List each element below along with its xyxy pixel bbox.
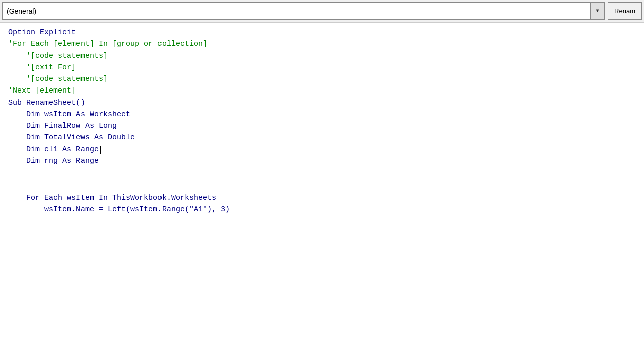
dropdown-arrow-button[interactable] <box>590 3 604 19</box>
code-line-blank-2 <box>8 179 644 192</box>
rename-button[interactable]: Renam <box>608 2 642 20</box>
code-line-11: Dim cl1 As Range <box>8 144 644 155</box>
general-dropdown[interactable]: (General) <box>2 2 605 20</box>
code-line-4: '[exit For] <box>8 62 644 73</box>
code-line-1: Option Explicit <box>8 27 644 38</box>
code-line-blank-4 <box>8 228 644 240</box>
code-line-14: wsItem.Name = Left(wsItem.Range("A1"), 3… <box>8 204 644 215</box>
code-line-3: '[code statements] <box>8 50 644 62</box>
toolbar: (General) Renam <box>0 0 644 22</box>
code-line-blank-5 <box>8 240 644 253</box>
code-line-2: 'For Each [element] In [group or collect… <box>8 38 644 50</box>
code-line-8: Dim wsItem As Worksheet <box>8 109 644 120</box>
code-line-13: For Each wsItem In ThisWorkbook.Workshee… <box>8 192 644 204</box>
code-line-7: Sub RenameSheet() <box>8 97 644 109</box>
code-line-12: Dim rng As Range <box>8 155 644 167</box>
code-line-blank-3 <box>8 215 644 228</box>
code-line-9: Dim FinalRow As Long <box>8 120 644 132</box>
code-line-6: 'Next [element] <box>8 85 644 97</box>
vba-editor-window: (General) Renam Option Explicit 'For Eac… <box>0 0 644 362</box>
code-line-10: Dim TotalViews As Double <box>8 132 644 143</box>
dropdown-label: (General) <box>7 7 588 15</box>
code-line-blank-1 <box>8 167 644 179</box>
code-line-5: '[code statements] <box>8 73 644 85</box>
text-cursor <box>100 146 101 154</box>
code-editor[interactable]: Option Explicit 'For Each [element] In [… <box>0 22 644 362</box>
